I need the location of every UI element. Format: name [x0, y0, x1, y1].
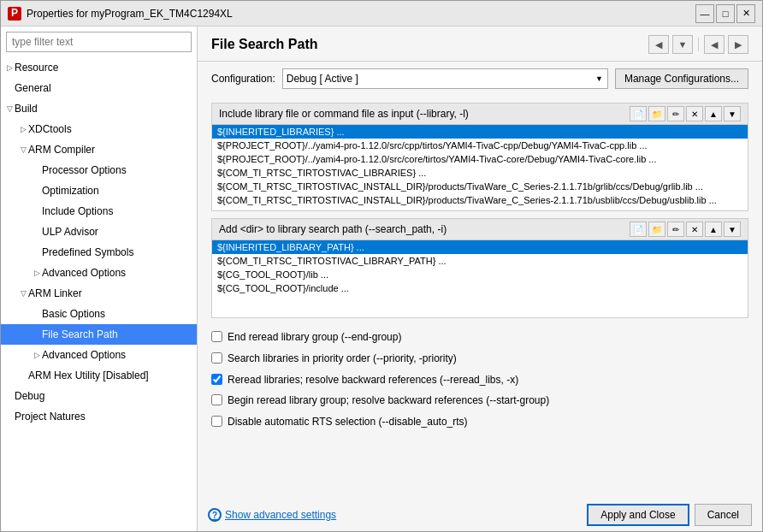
- options-area: End reread library group (--end-group)Se…: [211, 325, 748, 434]
- list-item[interactable]: ${COM_TI_RTSC_TIRTOSTIVAC_INSTALL_DIR}/p…: [212, 207, 748, 210]
- nav-next-button[interactable]: ▶: [728, 35, 748, 54]
- tree-item-arm-hex-utility[interactable]: ARM Hex Utility [Disabled]: [1, 365, 197, 386]
- action-buttons: Apply and Close Cancel: [587, 504, 752, 526]
- tree-item-project-natures[interactable]: Project Natures: [1, 406, 197, 427]
- bottom-bar: ? Show advanced settings Apply and Close…: [198, 499, 762, 531]
- move-dir-up-button[interactable]: ▲: [705, 222, 722, 237]
- list-item[interactable]: ${PROJECT_ROOT}/../yami4-pro-1.12.0/src/…: [212, 139, 748, 152]
- checkbox-begin-reread[interactable]: [211, 394, 222, 405]
- list-item[interactable]: ${CG_TOOL_ROOT}/lib ...: [212, 268, 748, 281]
- add-dir-folder-button[interactable]: 📁: [648, 222, 665, 237]
- filter-input[interactable]: [6, 32, 192, 52]
- nav-forward-button[interactable]: ▼: [672, 35, 693, 54]
- tree-item-basic-options[interactable]: Basic Options: [1, 304, 197, 324]
- title-bar: P Properties for myProgram_EK_TM4C1294XL…: [1, 1, 762, 27]
- tree-label-general: General: [15, 82, 51, 94]
- tree-item-processor-options[interactable]: Processor Options: [1, 160, 197, 180]
- add-file-button[interactable]: 📄: [630, 106, 647, 121]
- tree-item-resource[interactable]: ▷Resource: [1, 57, 197, 78]
- left-panel: ▷ResourceGeneral▽Build▷XDCtools▽ARM Comp…: [1, 27, 198, 531]
- config-label: Configuration:: [211, 73, 275, 85]
- list-item[interactable]: ${COM_TI_RTSC_TIRTOSTIVAC_LIBRARY_PATH} …: [212, 254, 748, 268]
- tree-label-build: Build: [15, 103, 38, 115]
- tree-item-include-options[interactable]: Include Options: [1, 201, 197, 222]
- library-search-list: ${INHERITED_LIBRARY_PATH} ...${COM_TI_RT…: [212, 240, 748, 317]
- list-item[interactable]: ${COM_TI_RTSC_TIRTOSTIVAC_INSTALL_DIR}/p…: [212, 180, 748, 193]
- tree-item-debug[interactable]: Debug: [1, 386, 197, 406]
- page-title: File Search Path: [211, 37, 318, 52]
- checkbox-row-reread-libs: Reread libraries; resolve backward refer…: [211, 371, 748, 389]
- checkbox-label-begin-reread: Begin reread library group; resolve back…: [228, 393, 549, 408]
- checkbox-row-search-priority: Search libraries in priority order (--pr…: [211, 350, 748, 368]
- tree-item-arm-compiler[interactable]: ▽ARM Compiler: [1, 139, 197, 160]
- cancel-button[interactable]: Cancel: [695, 504, 752, 526]
- move-down-button[interactable]: ▼: [724, 106, 741, 121]
- apply-close-button[interactable]: Apply and Close: [587, 504, 689, 526]
- edit-button[interactable]: ✏: [667, 106, 684, 121]
- tree-item-build[interactable]: ▽Build: [1, 98, 197, 119]
- list-item[interactable]: ${PROJECT_ROOT}/../yami4-pro-1.12.0/src/…: [212, 152, 748, 166]
- checkbox-label-search-priority: Search libraries in priority order (--pr…: [228, 352, 457, 366]
- nav-divider: [698, 38, 699, 51]
- minimize-button[interactable]: —: [695, 4, 714, 23]
- tree-item-advanced-options-compiler[interactable]: ▷Advanced Options: [1, 263, 197, 283]
- tree-label-optimization: Optimization: [42, 185, 99, 197]
- tree-item-advanced-options-linker[interactable]: ▷Advanced Options: [1, 345, 197, 365]
- library-search-section: Add <dir> to library search path (--sear…: [211, 218, 748, 318]
- tree-label-basic-options: Basic Options: [42, 308, 105, 320]
- config-select[interactable]: Debug [ Active ]: [282, 68, 608, 89]
- tree-label-file-search-path: File Search Path: [42, 328, 118, 340]
- checkbox-label-disable-auto-rts: Disable automatic RTS selection (--disab…: [228, 415, 468, 429]
- move-dir-down-button[interactable]: ▼: [724, 222, 741, 237]
- checkbox-row-disable-auto-rts: Disable automatic RTS selection (--disab…: [211, 413, 748, 431]
- library-search-toolbar: 📄 📁 ✏ ✕ ▲ ▼: [630, 222, 741, 237]
- nav-back-button[interactable]: ◀: [648, 35, 669, 54]
- checkbox-row-end-reread: End reread library group (--end-group): [211, 328, 748, 346]
- list-item[interactable]: ${COM_TI_RTSC_TIRTOSTIVAC_LIBRARIES} ...: [212, 166, 748, 180]
- help-link-label: Show advanced settings: [225, 509, 336, 521]
- window-controls: — □ ✕: [695, 4, 755, 23]
- edit-dir-button[interactable]: ✏: [667, 222, 684, 237]
- checkbox-reread-libs[interactable]: [211, 374, 222, 385]
- include-library-section: Include library file or command file as …: [211, 103, 748, 211]
- list-item[interactable]: ${INHERITED_LIBRARY_PATH} ...: [212, 240, 748, 254]
- move-up-button[interactable]: ▲: [705, 106, 722, 121]
- add-dir-button[interactable]: 📄: [630, 222, 647, 237]
- list-item[interactable]: ${CG_TOOL_ROOT}/include ...: [212, 281, 748, 295]
- tree-item-general[interactable]: General: [1, 78, 197, 98]
- close-button[interactable]: ✕: [736, 4, 755, 23]
- tree-label-arm-linker: ARM Linker: [28, 287, 82, 299]
- content-area: Include library file or command file as …: [198, 96, 762, 499]
- title-bar-text: Properties for myProgram_EK_TM4C1294XL: [27, 8, 695, 20]
- help-icon: ?: [208, 508, 222, 522]
- tree-item-file-search-path[interactable]: File Search Path: [1, 324, 197, 345]
- checkbox-search-priority[interactable]: [211, 352, 222, 364]
- config-select-wrapper: Debug [ Active ]: [282, 68, 608, 89]
- tree-area: ▷ResourceGeneral▽Build▷XDCtools▽ARM Comp…: [1, 57, 197, 531]
- checkbox-end-reread[interactable]: [211, 331, 222, 342]
- checkbox-label-end-reread: End reread library group (--end-group): [228, 330, 401, 345]
- tree-item-arm-linker[interactable]: ▽ARM Linker: [1, 283, 197, 304]
- delete-button[interactable]: ✕: [686, 106, 703, 121]
- include-library-title: Include library file or command file as …: [219, 108, 469, 120]
- tree-item-predefined-symbols[interactable]: Predefined Symbols: [1, 242, 197, 263]
- nav-prev-button[interactable]: ◀: [704, 35, 725, 54]
- manage-configurations-button[interactable]: Manage Configurations...: [615, 68, 748, 89]
- checkbox-disable-auto-rts[interactable]: [211, 416, 222, 427]
- list-item[interactable]: ${INHERITED_LIBRARIES} ...: [212, 125, 748, 139]
- tree-item-ulp-advisor[interactable]: ULP Advisor: [1, 222, 197, 242]
- maximize-button[interactable]: □: [716, 4, 735, 23]
- help-link[interactable]: ? Show advanced settings: [208, 508, 336, 522]
- include-library-toolbar: 📄 📁 ✏ ✕ ▲ ▼: [630, 106, 741, 121]
- include-library-list: ${INHERITED_LIBRARIES} ...${PROJECT_ROOT…: [212, 125, 748, 210]
- tree-item-optimization[interactable]: Optimization: [1, 180, 197, 201]
- tree-item-xdctools[interactable]: ▷XDCtools: [1, 119, 197, 139]
- right-panel-header: File Search Path ◀ ▼ ◀ ▶: [198, 27, 762, 62]
- checkbox-row-begin-reread: Begin reread library group; resolve back…: [211, 392, 748, 410]
- add-folder-button[interactable]: 📁: [648, 106, 665, 121]
- tree-label-advanced-options-linker: Advanced Options: [42, 349, 126, 361]
- checkbox-label-reread-libs: Reread libraries; resolve backward refer…: [228, 373, 518, 387]
- library-search-header: Add <dir> to library search path (--sear…: [212, 219, 748, 240]
- delete-dir-button[interactable]: ✕: [686, 222, 703, 237]
- list-item[interactable]: ${COM_TI_RTSC_TIRTOSTIVAC_INSTALL_DIR}/p…: [212, 193, 748, 207]
